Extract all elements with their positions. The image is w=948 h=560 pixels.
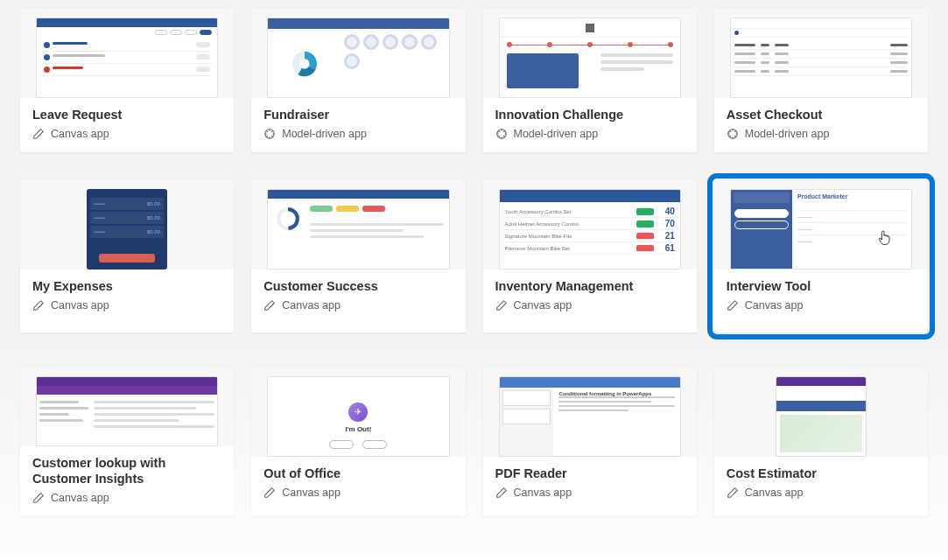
- app-card-pdf-reader[interactable]: Conditional formatting in PowerApps PDF …: [483, 368, 697, 516]
- app-type: Canvas app: [727, 299, 916, 312]
- app-card-innovation-challenge[interactable]: Innovation Challenge Model-driven app: [483, 9, 697, 152]
- app-card-interview-tool[interactable]: Product Marketer ───── ───── ───── Inter…: [714, 180, 928, 332]
- model-driven-icon: [263, 128, 276, 140]
- app-title: Out of Office: [263, 466, 453, 481]
- app-thumbnail: [714, 368, 928, 457]
- app-template-grid-row2: ═══$0.00 ═══$0.00 ═══$0.00 My Expenses C…: [20, 172, 928, 332]
- app-type: Canvas app: [32, 299, 221, 312]
- app-title: Inventory Management: [495, 278, 685, 294]
- app-title: Leave Request: [32, 107, 221, 122]
- pencil-icon: [727, 486, 739, 499]
- app-card-customer-success[interactable]: Customer Success Canvas app: [251, 180, 465, 332]
- app-card-cost-estimator[interactable]: Cost Estimator Canvas app: [714, 368, 928, 516]
- app-thumbnail: ✈ I'm Out!: [251, 368, 465, 457]
- app-type: Canvas app: [495, 486, 685, 499]
- app-card-out-of-office[interactable]: ✈ I'm Out! Out of Office Canvas app: [251, 368, 465, 516]
- svg-point-1: [299, 59, 309, 68]
- app-type: Canvas app: [263, 486, 453, 499]
- pencil-icon: [495, 299, 508, 312]
- app-type: Canvas app: [727, 486, 916, 499]
- app-card-my-expenses[interactable]: ═══$0.00 ═══$0.00 ═══$0.00 My Expenses C…: [20, 180, 234, 332]
- app-card-customer-lookup[interactable]: Customer lookup with Customer Insights C…: [20, 368, 234, 516]
- pencil-icon: [727, 299, 739, 312]
- app-title: My Expenses: [32, 278, 221, 294]
- app-title: PDF Reader: [495, 466, 685, 481]
- app-thumbnail: Product Marketer ───── ───── ─────: [714, 180, 928, 270]
- app-thumbnail: [483, 9, 697, 98]
- app-title: Fundraiser: [263, 107, 453, 122]
- app-type: Model-driven app: [495, 128, 685, 140]
- app-thumbnail: [251, 180, 465, 270]
- pencil-icon: [32, 492, 45, 504]
- app-type: Canvas app: [495, 299, 685, 312]
- app-title: Asset Checkout: [727, 107, 916, 122]
- app-card-asset-checkout[interactable]: Asset Checkout Model-driven app: [714, 9, 928, 152]
- app-thumbnail: Youth Accessory Combo Set40 Adult Helmet…: [483, 180, 697, 270]
- pencil-icon: [263, 299, 276, 312]
- app-type: Model-driven app: [727, 128, 916, 140]
- app-card-fundraiser[interactable]: Fundraiser Model-driven app: [251, 9, 465, 152]
- app-thumbnail: [714, 9, 928, 98]
- pencil-icon: [32, 299, 45, 312]
- app-template-grid: Leave Request Canvas app Fundraiser: [20, 0, 928, 152]
- model-driven-icon: [495, 128, 508, 140]
- app-title: Customer Success: [263, 278, 453, 294]
- app-thumbnail: [251, 9, 465, 98]
- pencil-icon: [32, 128, 45, 140]
- app-title: Customer lookup with Customer Insights: [32, 455, 221, 486]
- app-title: Innovation Challenge: [495, 107, 685, 122]
- pencil-icon: [495, 486, 508, 499]
- model-driven-icon: [727, 128, 739, 140]
- app-template-grid-row3: Customer lookup with Customer Insights C…: [20, 359, 928, 516]
- app-type: Canvas app: [32, 492, 221, 504]
- app-thumbnail: Conditional formatting in PowerApps: [483, 368, 697, 457]
- app-thumbnail: ═══$0.00 ═══$0.00 ═══$0.00: [20, 180, 234, 270]
- app-card-leave-request[interactable]: Leave Request Canvas app: [20, 9, 234, 152]
- app-thumbnail: [20, 9, 234, 98]
- app-title: Interview Tool: [727, 278, 916, 294]
- app-title: Cost Estimator: [727, 466, 916, 481]
- app-type: Canvas app: [32, 128, 221, 140]
- pencil-icon: [263, 486, 276, 499]
- app-type: Canvas app: [263, 299, 453, 312]
- app-type: Model-driven app: [263, 128, 453, 140]
- app-thumbnail: [20, 368, 234, 446]
- app-card-inventory-management[interactable]: Youth Accessory Combo Set40 Adult Helmet…: [483, 180, 697, 332]
